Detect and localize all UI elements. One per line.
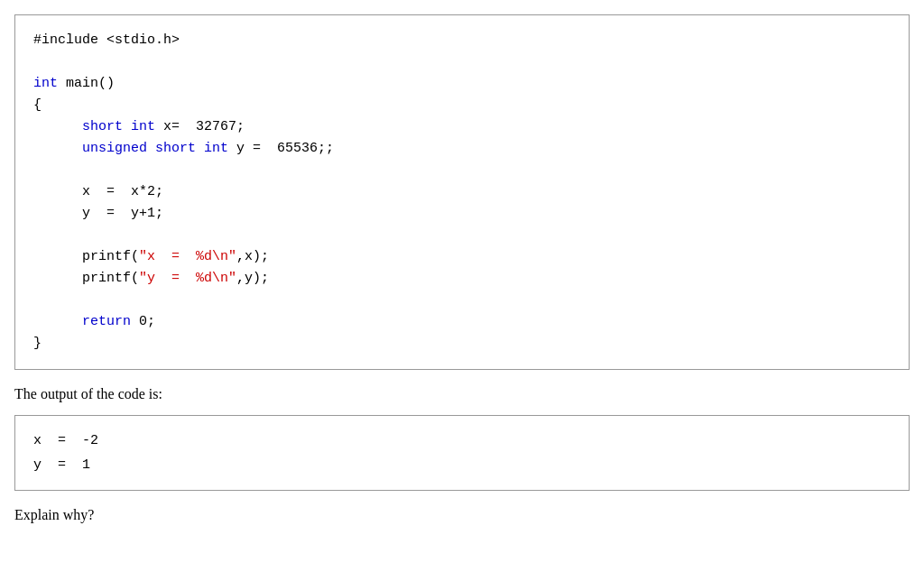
keyword-short: short [82,119,123,134]
output-block: x = -2 y = 1 [14,415,910,491]
code-line-short-x: short int x= 32767; [33,116,891,138]
code-line-include: #include <stdio.h> [33,30,891,51]
string-y-format: "y = %d\n" [139,271,236,286]
code-line-brace-close: } [33,333,891,355]
code-line-brace-open: { [33,95,891,116]
keyword-return: return [82,314,131,329]
keyword-unsigned: unsigned [82,141,147,156]
output-description: The output of the code is: [14,386,910,402]
code-line-unsigned-y: unsigned short int y = 65536;; [33,138,891,160]
code-line-printf-x: printf("x = %d\n",x); [33,246,891,268]
output-line-y: y = 1 [33,453,891,477]
string-x-format: "x = %d\n" [139,249,236,264]
keyword-int-main: int [33,76,58,91]
code-line-main: int main() [33,73,891,95]
code-line-blank1 [33,51,891,73]
code-line-blank3 [33,225,891,246]
keyword-int-y: int [204,141,228,156]
keyword-int-x: int [131,119,155,134]
code-line-y-assign: y = y+1; [33,203,891,225]
code-block: #include <stdio.h> int main() { short in… [14,14,910,370]
code-line-printf-y: printf("y = %d\n",y); [33,268,891,290]
explain-label: Explain why? [14,507,910,523]
output-line-x: x = -2 [33,429,891,453]
code-line-blank4 [33,290,891,311]
code-line-x-assign: x = x*2; [33,181,891,203]
code-line-blank2 [33,160,891,181]
keyword-short2: short [155,141,196,156]
code-line-return: return 0; [33,311,891,333]
